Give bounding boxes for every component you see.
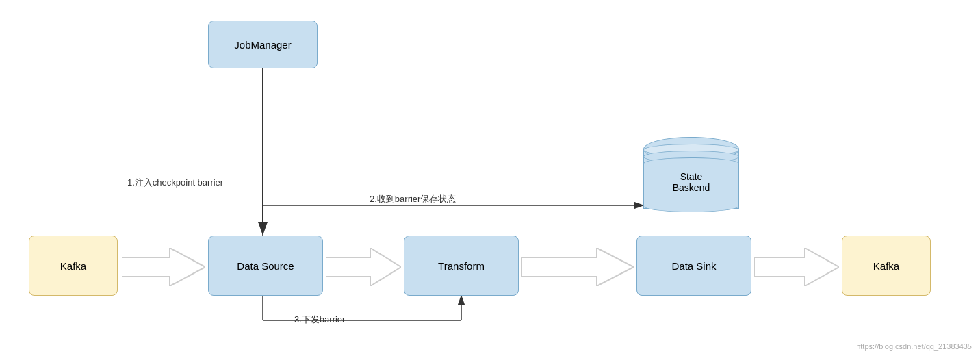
- svg-marker-5: [754, 248, 839, 286]
- arrow-datasource-to-transform: [326, 248, 401, 286]
- transform-label: Transform: [438, 260, 485, 272]
- step3-label: 3.下发barrier: [294, 314, 345, 326]
- transform-box: Transform: [404, 236, 519, 296]
- kafka-left-label: Kafka: [60, 260, 86, 272]
- data-source-label: Data Source: [237, 260, 294, 272]
- svg-marker-4: [521, 248, 634, 286]
- job-manager-box: JobManager: [208, 21, 318, 68]
- state-backend-label: StateBaskend: [643, 171, 739, 193]
- data-source-box: Data Source: [208, 236, 323, 296]
- data-sink-box: Data Sink: [636, 236, 751, 296]
- kafka-left-box: Kafka: [29, 236, 118, 296]
- arrow-datasink-to-kafka: [754, 248, 839, 286]
- step2-label: 2.收到barrier保存状态: [370, 193, 456, 205]
- data-sink-label: Data Sink: [671, 260, 716, 272]
- step1-label: 1.注入checkpoint barrier: [127, 177, 223, 189]
- svg-marker-3: [326, 248, 401, 286]
- diagram-container: JobManager Kafka Data Source Transform D…: [0, 0, 980, 356]
- kafka-right-label: Kafka: [873, 260, 899, 272]
- arrow-transform-to-datasink: [521, 248, 634, 286]
- svg-marker-2: [122, 248, 205, 286]
- arrow-kafka-to-datasource: [122, 248, 205, 286]
- job-manager-label: JobManager: [234, 39, 291, 51]
- kafka-right-box: Kafka: [842, 236, 931, 296]
- watermark: https://blog.csdn.net/qq_21383435: [856, 342, 972, 351]
- state-backend-box: StateBaskend: [643, 137, 739, 212]
